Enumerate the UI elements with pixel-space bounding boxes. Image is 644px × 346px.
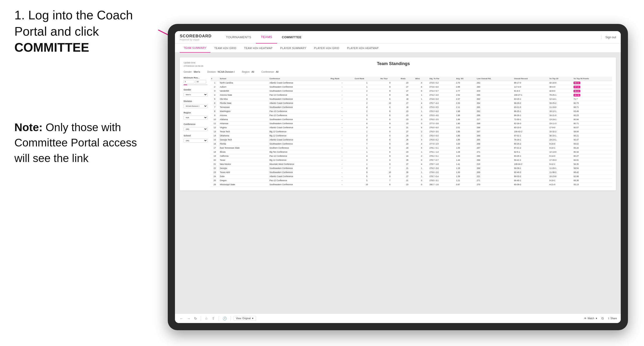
cell-vs-top50: 60.73 [573,101,612,105]
cell-overall-record: 100-27-1 [514,93,548,97]
cell-rnds: 30 [400,170,415,174]
cell-overall-record: 62-5-1 [514,150,548,154]
cell-vs-top50: 86.64 [573,89,612,93]
sign-out-button[interactable]: Sign out [601,36,616,39]
nav-bar: SCOREBOARD Powered by clippd TOURNAMENTS… [175,31,621,43]
cell-wins: 1 [415,170,429,174]
toolbar-back-btn[interactable]: ← [179,316,184,321]
cell-rnds: 23 [400,109,415,113]
cell-wins: 5 [415,146,429,150]
gender-select[interactable]: Men's Women's [184,93,208,97]
division-label: Division: [207,71,216,73]
cell-adj-to-par: 279.6 -2.0 [428,170,456,174]
cell-top25: 4-21-0 [548,182,573,187]
cell-avg-sg: 1.85 [456,130,476,134]
cell-adj-to-par: 275.7 -4.4 [428,101,456,105]
cell-reg-rank: - [330,93,354,97]
cell-conference: Big 12 Conference [269,130,330,134]
toolbar-share-small-btn[interactable]: ⇧ [211,316,216,321]
sub-nav-player-h2h-grid[interactable]: PLAYER H2H GRID [310,43,343,53]
sub-nav-team-summary[interactable]: TEAM SUMMARY [180,43,210,53]
cell-avg-sg: 1.63 [456,142,476,146]
toolbar-share-button[interactable]: ⇧ Share [608,317,617,320]
rounds-slider[interactable] [184,84,208,85]
cell-overall-record: 66-40-1 [514,178,548,182]
col-wins: Wins [415,77,429,81]
cell-avg-sg: 1.86 [456,118,476,122]
cell-overall-record: 60-39-2 [514,182,548,187]
cell-reg-rank: - [330,89,354,93]
toolbar-bookmark-btn[interactable]: ☆ [204,316,209,321]
toolbar-watch-button[interactable]: 👁 Watch ▼ [584,317,598,320]
cell-rank: 20 [210,158,219,162]
cell-reg-rank: - [330,146,354,150]
nav-items: TOURNAMENTS TEAMS COMMITTEE [221,31,601,43]
cell-low-rd: 271 [476,178,514,182]
cell-low-rd: 268 [476,122,514,126]
cell-reg-rank: - [330,154,354,158]
nav-committee[interactable]: COMMITTEE [277,31,306,43]
conference-select[interactable]: (All) [184,127,208,131]
cell-vs-top50: 66.16 [573,146,612,150]
cell-low-rd: 265 [476,93,514,97]
cell-rank: 21 [210,162,219,166]
division-value: NCAA Division I [218,71,235,73]
main-content: Update time: 27/03/2024 16:56:26 Team St… [175,53,621,314]
cell-low-rd: 264 [476,101,514,105]
toolbar-sep-1 [201,316,201,321]
cell-avg-sg: 1.30 [456,170,476,174]
min-rounds-max[interactable]: 30 [195,80,206,84]
cell-low-rd: 260 [476,154,514,158]
bottom-toolbar: ← → ↻ ☆ ⇧ 🕐 View: Original ▼ 👁 Watch ▼ ⧉ [175,314,621,323]
cell-school: Vanderbilt [219,89,269,93]
school-select[interactable]: (All) [184,139,208,143]
cell-vs-top50: 68.71 [573,105,612,109]
cell-vs-top50: 68.38 [573,178,612,182]
cell-low-rd: 268 [476,113,514,118]
cell-no-tour: 8 [380,109,400,113]
cell-conference: Southeastern Conference [269,85,330,89]
cell-adj-to-par: 277.5 -2.9 [428,142,456,146]
nav-tournaments[interactable]: TOURNAMENTS [221,31,256,43]
cell-school: Oregon [219,178,269,182]
cell-adj-to-par: 276.9 -3.5 [428,130,456,134]
toolbar-expand-icon[interactable]: ⧉ [600,315,605,321]
sub-nav-player-h2h-heatmap[interactable]: PLAYER H2H HEATMAP [343,43,382,53]
cell-conf-rank: 1 [354,130,380,134]
table-body: 1 North Carolina Atlantic Coast Conferen… [210,81,612,187]
cell-avg-sg: 1.85 [456,134,476,138]
cell-low-rd: 260 [476,85,514,89]
cell-overall-record: 104-43-2 [514,130,548,134]
cell-conf-rank: 2 [354,89,380,93]
cell-conference: Mountain West Conference [269,162,330,166]
cell-top25: 8-14-0 [548,154,573,158]
cell-vs-top50: 55.13 [573,182,612,187]
table-row: 9 Arizona Pac-12 Conference - 3 8 23 4 2… [210,113,612,118]
cell-conference: Atlantic Coast Conference [269,138,330,142]
cell-top25: 12-13-0 [548,150,573,154]
toolbar-clock-icon: 🕐 [222,316,228,321]
toolbar-view-button[interactable]: View: Original ▼ [234,316,256,321]
note-text: Note: Only those with Committee Portal a… [14,120,146,166]
cell-wins: 3 [415,122,429,126]
cell-rank: 10 [210,118,219,122]
toolbar-forward-btn[interactable]: → [186,316,191,321]
cell-avg-sg: 1.53 [456,154,476,158]
nav-teams[interactable]: TEAMS [256,31,277,43]
cell-conference: Big 12 Conference [269,134,330,138]
region-select[interactable]: N/A All [184,116,208,120]
cell-conference: Pac-12 Conference [269,93,330,97]
sub-nav-player-summary[interactable]: PLAYER SUMMARY [276,43,310,53]
sub-nav-team-h2h-grid[interactable]: TEAM H2H GRID [210,43,240,53]
sub-nav-team-h2h-heatmap[interactable]: TEAM H2H HEATMAP [240,43,276,53]
min-rounds-min[interactable]: 4 [184,80,194,84]
cell-top25: 42-8-0 [548,89,573,93]
filter-group-conference: Conference (All) [184,123,208,131]
cell-adj-to-par: 276.0 -3.5 [428,118,456,122]
division-select[interactable]: NCAA Division I NCAA Division II [184,104,208,108]
cell-conference: Pac-12 Conference [269,154,330,158]
left-conference-label: Conference [184,123,208,125]
cell-low-rd: 262 [476,97,514,101]
toolbar-reload-btn[interactable]: ↻ [193,316,198,321]
cell-reg-rank: - [330,158,354,162]
